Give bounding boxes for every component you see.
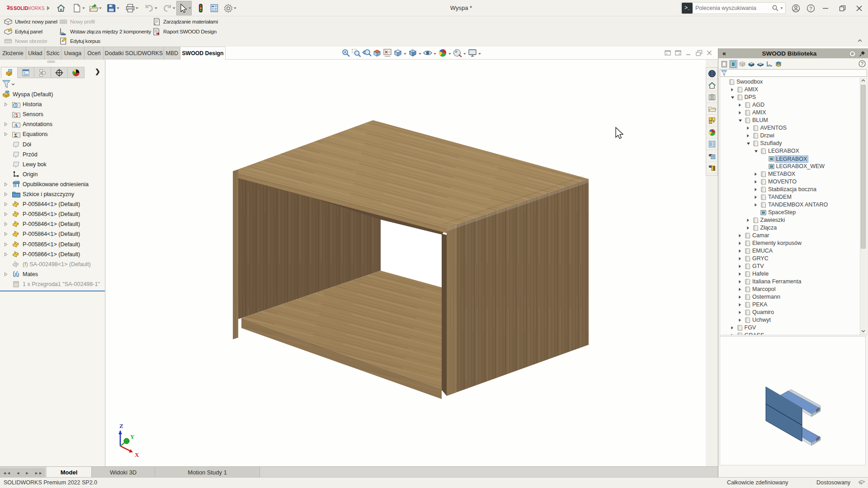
library-item-agd[interactable]: AGD <box>744 101 766 109</box>
redo-dropdown-icon[interactable] <box>172 6 176 10</box>
tab-display-manager[interactable] <box>68 67 85 78</box>
search-box[interactable]: >_ <box>681 2 786 14</box>
library-corner-view-icon[interactable] <box>765 60 774 68</box>
scroll-up-icon[interactable] <box>861 79 865 83</box>
feature-tree-item-p-005866-1-default[interactable]: P-005866<1> (Default) <box>12 249 80 259</box>
library-item-metabox[interactable]: METABOX <box>760 170 797 178</box>
library-item-quamiro[interactable]: Quamiro <box>744 309 775 316</box>
expand-arrow-icon[interactable] <box>738 234 742 238</box>
feature-tree-item-p-005845-1-default[interactable]: P-005845<1> (Default) <box>12 209 80 219</box>
feature-tree-item-1-x-przegroda1-sa-002498-1[interactable]: 1 x Przegroda1 "SA-002498-1" <box>12 279 100 289</box>
command-tab-szkic[interactable]: Szkic <box>45 47 61 60</box>
command-tab-oce-[interactable]: Oceń <box>85 47 104 60</box>
feature-tree-item-f-sa-002498-1-default[interactable]: (f) SA-002498<1> (Default) <box>12 259 91 269</box>
open-dropdown-icon[interactable] <box>99 6 102 10</box>
expand-arrow-icon[interactable] <box>754 203 758 207</box>
feature-tree-item-d[interactable]: Dół <box>12 140 31 150</box>
graphics-viewport[interactable]: Z Y X <box>106 60 706 466</box>
ribbon-raport-swood-design[interactable]: Raport SWOOD Design <box>152 27 217 37</box>
ribbon-zarz-dzanie-materia-ami[interactable]: Zarządzanie materiałami <box>152 17 218 27</box>
library-item-tandembox-antaro[interactable]: TANDEMBOX ANTARO <box>760 201 829 209</box>
home-button[interactable] <box>56 3 66 13</box>
library-door-view-icon[interactable] <box>720 60 728 68</box>
library-item-z-cza[interactable]: Złącza <box>752 224 778 232</box>
zoom-to-fit-icon[interactable] <box>341 48 351 58</box>
appearances-icon[interactable] <box>706 127 717 138</box>
library-item-stabilizacja-boczna[interactable]: Stabilizacja boczna <box>760 186 818 193</box>
library-item-movento[interactable]: MOVENTO <box>760 178 798 186</box>
library-drawer-alt-view-icon[interactable] <box>756 60 764 68</box>
view-settings-dropdown-icon[interactable] <box>478 52 481 56</box>
library-item-spacestep[interactable]: SpaceStep <box>760 209 797 216</box>
display-style-icon[interactable] <box>408 48 418 58</box>
expand-arrow-icon[interactable] <box>4 232 9 236</box>
library-item-zawieszki[interactable]: Zawieszki <box>752 216 787 224</box>
restore-button[interactable] <box>837 3 848 13</box>
library-filter-box[interactable] <box>720 69 867 77</box>
window-next-icon[interactable] <box>674 49 682 57</box>
feature-tree-item-p-005844-1-default[interactable]: P-005844<1> (Default) <box>12 199 80 209</box>
close-button[interactable] <box>854 3 864 13</box>
ribbon-wstaw-z-cza-mi-dzy-2-komponenty[interactable]: Wstaw złącza między 2 komponenty <box>59 27 151 37</box>
library-item-ostermann[interactable]: Ostermann <box>744 293 782 301</box>
library-item-amix[interactable]: AMIX <box>744 109 768 117</box>
solidworks-resources-icon[interactable] <box>706 68 717 80</box>
swood-cad-tools-icon[interactable]: CAD <box>706 162 717 174</box>
print-button[interactable] <box>125 3 135 13</box>
tab-configuration-manager[interactable] <box>34 67 51 78</box>
window-previous-icon[interactable] <box>664 49 672 57</box>
ribbon-edytuj-panel[interactable]: Edytuj panel <box>4 27 42 37</box>
command-tab-uwaga[interactable]: Uwaga <box>61 47 85 60</box>
options-button[interactable] <box>223 3 233 13</box>
library-item-marcopol[interactable]: Marcopol <box>744 286 777 293</box>
library-item-legrabox[interactable]: LEGRABOX <box>768 155 809 163</box>
view-palette-icon[interactable] <box>706 138 717 150</box>
library-item-emuca[interactable]: EMUCA <box>744 247 774 255</box>
library-stack-view-icon[interactable] <box>774 60 783 68</box>
expand-arrow-icon[interactable] <box>738 287 742 291</box>
tab-scroll-buttons[interactable]: ◄◄◄►►► <box>0 468 45 478</box>
expand-arrow-icon[interactable] <box>4 222 9 226</box>
open-button[interactable] <box>89 3 99 13</box>
feature-tree-item-p-005864-1-default[interactable]: P-005864<1> (Default) <box>12 229 80 239</box>
feature-tree-item-mates[interactable]: Mates <box>12 269 38 279</box>
feature-tree-item-p-005865-1-default[interactable]: P-005865<1> (Default) <box>12 239 80 249</box>
ribbon-collapse-icon[interactable] <box>857 39 863 42</box>
collapse-arrow-icon[interactable] <box>738 119 742 123</box>
command-tab-swood-design[interactable]: SWOOD Design <box>180 47 226 60</box>
feature-tree-item-equations[interactable]: ΣEquations <box>12 129 48 139</box>
new-document-dropdown-icon[interactable] <box>82 6 85 10</box>
previous-view-icon[interactable] <box>362 48 372 58</box>
feature-tree-item-annotations[interactable]: AAnnotations <box>12 119 52 129</box>
window-restore-icon[interactable] <box>695 49 703 57</box>
print-dropdown-icon[interactable] <box>135 6 139 10</box>
expand-arrow-icon[interactable] <box>738 241 742 245</box>
home-tab-icon[interactable] <box>706 80 717 91</box>
library-item-peka[interactable]: PEKA <box>744 301 769 309</box>
view-orientation-dropdown-icon[interactable] <box>403 52 407 56</box>
status-custom[interactable]: Dostosowany <box>816 479 850 486</box>
apply-scene-icon[interactable] <box>453 48 462 58</box>
save-dropdown-icon[interactable] <box>116 6 120 10</box>
feature-tree-item-prz-d[interactable]: Przód <box>12 150 38 160</box>
swood-cad-library-icon[interactable]: CAD <box>706 150 717 162</box>
library-item-fgv[interactable]: FGV <box>736 324 758 332</box>
library-item-legrabox[interactable]: LEGRABOX <box>760 147 801 155</box>
interference-button[interactable] <box>196 3 206 13</box>
expand-arrow-icon[interactable] <box>754 195 758 199</box>
tab-dim-xpert[interactable] <box>51 67 68 78</box>
library-panel-view-icon[interactable] <box>729 60 737 68</box>
library-item-hafele[interactable]: Hafele <box>744 270 770 278</box>
custom-properties-icon[interactable] <box>706 115 717 127</box>
expand-arrow-icon[interactable] <box>746 134 750 138</box>
redo-button[interactable] <box>162 3 172 13</box>
expand-arrow-icon[interactable] <box>4 192 9 197</box>
expand-arrow-icon[interactable] <box>746 126 750 130</box>
expand-arrow-icon[interactable] <box>738 111 742 115</box>
library-item-drzwi[interactable]: Drzwi <box>752 132 776 140</box>
pin-icon[interactable] <box>859 50 866 57</box>
expand-arrow-icon[interactable] <box>738 257 742 261</box>
expand-arrow-icon[interactable] <box>738 303 742 307</box>
select-button[interactable] <box>178 3 188 13</box>
edit-appearance-icon[interactable] <box>438 48 448 58</box>
